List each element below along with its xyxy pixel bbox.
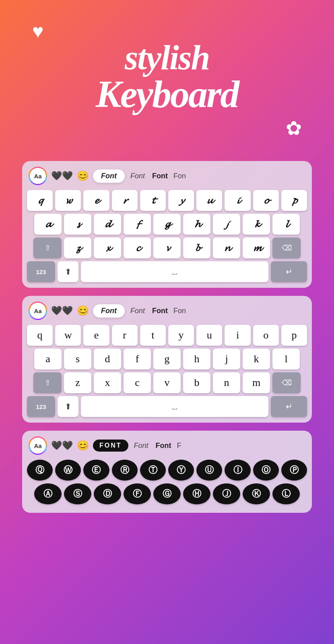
key-z-1[interactable]: 𝔃 bbox=[64, 237, 91, 258]
key-y-2[interactable]: y bbox=[168, 325, 194, 346]
key-a-3[interactable]: Ⓐ bbox=[34, 483, 62, 504]
key-u-2[interactable]: u bbox=[196, 325, 222, 346]
key-p-1[interactable]: 𝓹 bbox=[281, 190, 307, 211]
key-c-1[interactable]: 𝓬 bbox=[124, 237, 151, 258]
font-active-btn-1[interactable]: Font bbox=[93, 169, 125, 183]
key-f-2[interactable]: f bbox=[124, 349, 151, 369]
key-n-2[interactable]: n bbox=[213, 372, 240, 393]
backspace-key-1[interactable]: ⌫ bbox=[272, 237, 301, 258]
key-l-2[interactable]: l bbox=[272, 349, 300, 369]
key-w-1[interactable]: 𝔀 bbox=[55, 190, 81, 211]
key-c-2[interactable]: c bbox=[124, 372, 151, 393]
key-q-3[interactable]: Ⓠ bbox=[27, 460, 53, 481]
key-j-1[interactable]: 𝓳 bbox=[213, 214, 240, 235]
key-b-1[interactable]: 𝓫 bbox=[183, 237, 210, 258]
key-h-2[interactable]: h bbox=[183, 349, 210, 369]
key-t-3[interactable]: Ⓣ bbox=[140, 460, 166, 481]
key-r-3[interactable]: Ⓡ bbox=[112, 460, 138, 481]
return-key-2[interactable]: ↵ bbox=[271, 396, 307, 417]
key-i-2[interactable]: i bbox=[225, 325, 250, 346]
shift-key-2[interactable]: ⇧ bbox=[33, 372, 62, 393]
num-key-2[interactable]: 123 bbox=[27, 396, 55, 417]
key-e-3[interactable]: Ⓔ bbox=[83, 460, 109, 481]
font-italic-btn-2[interactable]: Font bbox=[129, 307, 146, 315]
key-g-1[interactable]: 𝓰 bbox=[153, 214, 181, 235]
key-d-3[interactable]: Ⓓ bbox=[94, 483, 121, 504]
font-active-btn-2[interactable]: Font bbox=[93, 304, 125, 318]
key-d-2[interactable]: d bbox=[94, 349, 121, 369]
key-x-2[interactable]: x bbox=[94, 372, 121, 393]
key-r-2[interactable]: r bbox=[112, 325, 138, 346]
key-u-3[interactable]: Ⓤ bbox=[196, 460, 222, 481]
share-key-1[interactable]: ⬆ bbox=[58, 261, 78, 282]
aa-button-3[interactable]: Aa bbox=[29, 436, 47, 455]
return-key-1[interactable]: ↵ bbox=[271, 261, 307, 282]
hearts-icon-2: 🖤🖤 bbox=[51, 305, 73, 316]
key-g-3[interactable]: Ⓖ bbox=[153, 483, 181, 504]
key-y-1[interactable]: 𝔂 bbox=[168, 190, 194, 211]
key-a-1[interactable]: 𝓪 bbox=[34, 214, 62, 235]
font-bold-btn-1[interactable]: Font bbox=[151, 172, 169, 180]
key-s-2[interactable]: s bbox=[64, 349, 91, 369]
font-plain-btn-3[interactable]: Font bbox=[132, 442, 150, 450]
aa-button-2[interactable]: Aa bbox=[29, 301, 47, 320]
hero-section: ♥ ✿ stylish Keyboard bbox=[0, 0, 334, 157]
key-o-2[interactable]: o bbox=[253, 325, 279, 346]
key-s-1[interactable]: 𝓼 bbox=[64, 214, 91, 235]
key-i-1[interactable]: 𝓲 bbox=[225, 190, 250, 211]
font-overflow-2: Fon bbox=[173, 307, 186, 315]
key-d-1[interactable]: 𝓭 bbox=[94, 214, 121, 235]
key-f-1[interactable]: 𝓯 bbox=[124, 214, 151, 235]
key-w-2[interactable]: w bbox=[55, 325, 81, 346]
key-z-2[interactable]: z bbox=[64, 372, 91, 393]
font-italic-btn-1[interactable]: Font bbox=[129, 172, 146, 180]
space-key-1[interactable]: ⎵ bbox=[81, 261, 268, 282]
key-u-1[interactable]: 𝓾 bbox=[196, 190, 222, 211]
share-key-2[interactable]: ⬆ bbox=[58, 396, 78, 417]
key-k-1[interactable]: 𝓴 bbox=[243, 214, 270, 235]
key-o-3[interactable]: Ⓞ bbox=[253, 460, 279, 481]
key-a-2[interactable]: a bbox=[34, 349, 62, 369]
backspace-key-2[interactable]: ⌫ bbox=[272, 372, 301, 393]
emoji-icon-3: 😊 bbox=[77, 440, 89, 451]
font-circle-btn-3[interactable]: FONT bbox=[93, 440, 128, 452]
key-f-3[interactable]: Ⓕ bbox=[124, 483, 151, 504]
key-l-3[interactable]: Ⓛ bbox=[272, 483, 300, 504]
font-bold-btn-2[interactable]: Font bbox=[151, 307, 169, 315]
key-i-3[interactable]: Ⓘ bbox=[225, 460, 250, 481]
key-n-1[interactable]: 𝓷 bbox=[213, 237, 240, 258]
key-t-2[interactable]: t bbox=[140, 325, 166, 346]
key-v-1[interactable]: 𝓿 bbox=[153, 237, 181, 258]
key-p-3[interactable]: Ⓟ bbox=[281, 460, 307, 481]
key-j-3[interactable]: Ⓙ bbox=[213, 483, 240, 504]
space-key-2[interactable]: ⎵ bbox=[81, 396, 268, 417]
key-k-3[interactable]: Ⓚ bbox=[243, 483, 270, 504]
key-q-2[interactable]: q bbox=[27, 325, 53, 346]
key-t-1[interactable]: 𝓽 bbox=[140, 190, 166, 211]
key-k-2[interactable]: k bbox=[243, 349, 270, 369]
key-r-1[interactable]: 𝓻 bbox=[112, 190, 138, 211]
key-p-2[interactable]: p bbox=[281, 325, 307, 346]
key-l-1[interactable]: 𝓵 bbox=[272, 214, 300, 235]
key-v-2[interactable]: v bbox=[153, 372, 181, 393]
key-o-1[interactable]: 𝓸 bbox=[253, 190, 279, 211]
keyboard-panel-2: Aa 🖤🖤 😊 Font Font Font Fon q w e r t y u… bbox=[22, 296, 312, 423]
num-key-1[interactable]: 123 bbox=[27, 261, 55, 282]
key-s-3[interactable]: Ⓢ bbox=[64, 483, 91, 504]
key-e-2[interactable]: e bbox=[83, 325, 109, 346]
key-y-3[interactable]: Ⓨ bbox=[168, 460, 194, 481]
key-b-2[interactable]: b bbox=[183, 372, 210, 393]
key-x-1[interactable]: 𝔁 bbox=[94, 237, 121, 258]
key-q-1[interactable]: 𝓺 bbox=[27, 190, 53, 211]
key-j-2[interactable]: j bbox=[213, 349, 240, 369]
key-h-3[interactable]: Ⓗ bbox=[183, 483, 210, 504]
key-m-1[interactable]: 𝓶 bbox=[243, 237, 270, 258]
key-g-2[interactable]: g bbox=[153, 349, 181, 369]
shift-key-1[interactable]: ⇧ bbox=[33, 237, 62, 258]
key-m-2[interactable]: m bbox=[243, 372, 270, 393]
aa-button-1[interactable]: Aa bbox=[29, 167, 47, 185]
font-plain2-btn-3[interactable]: Font bbox=[154, 442, 173, 450]
key-w-3[interactable]: Ⓦ bbox=[55, 460, 81, 481]
key-e-1[interactable]: 𝓮 bbox=[83, 190, 109, 211]
key-h-1[interactable]: 𝓱 bbox=[183, 214, 210, 235]
